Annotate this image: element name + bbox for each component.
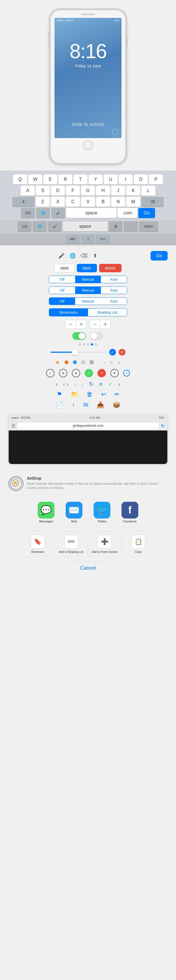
key-p[interactable]: P (149, 174, 163, 185)
globe-icon-btn[interactable]: 🌐 (68, 251, 77, 260)
star-icon[interactable]: ★ (55, 359, 60, 366)
key-mic2[interactable]: 🎤 (48, 221, 62, 231)
key-dot2[interactable]: . (124, 221, 138, 231)
key-v[interactable]: V (81, 197, 95, 207)
back-icon[interactable]: ‹ (55, 381, 57, 387)
checkmark-icon[interactable]: ✓ (108, 381, 113, 387)
star-btn[interactable]: ★ (72, 369, 80, 377)
key-return[interactable]: return (139, 221, 159, 231)
trash-icon[interactable]: 🗑 (87, 391, 93, 398)
toggle-on[interactable] (72, 332, 86, 340)
key-t[interactable]: T (73, 174, 87, 185)
key-f[interactable]: F (66, 186, 80, 196)
key-q[interactable]: Q (13, 174, 27, 185)
key-num2[interactable]: 123 (17, 221, 32, 231)
key-l[interactable]: L (141, 186, 155, 196)
pause-btn[interactable]: ⏸ (59, 369, 67, 377)
stepper-1-minus[interactable]: − (66, 320, 76, 328)
key-z[interactable]: Z (36, 197, 50, 207)
stepper-1-plus[interactable]: + (76, 320, 86, 328)
cancel-button[interactable]: Cancel (80, 565, 96, 571)
key-y[interactable]: Y (89, 174, 103, 185)
slider-thumb[interactable] (72, 349, 78, 355)
mail-icon[interactable]: ✉️ (66, 502, 82, 519)
facebook-icon[interactable]: f (122, 502, 138, 519)
app-item-messages[interactable]: 💬 Messages (35, 502, 57, 523)
check-circle[interactable]: ✓ (109, 349, 116, 356)
share-icon[interactable]: ↑ (72, 401, 75, 409)
delete-button[interactable]: delete (99, 264, 122, 272)
key-globe2[interactable]: 🌐 (33, 221, 47, 231)
stepper-2-plus[interactable]: + (100, 320, 110, 328)
close-red-btn[interactable]: ✕ (97, 369, 106, 377)
forward-icon[interactable]: › (119, 381, 121, 387)
reply-icon[interactable]: ↩ (101, 391, 106, 398)
key-abc[interactable]: ABC (66, 235, 80, 243)
add-media-btn[interactable]: + (46, 369, 54, 377)
seg1-off[interactable]: Off (49, 276, 75, 283)
chevron-right-icon-2[interactable]: › (104, 360, 105, 365)
doc-icon[interactable]: 📄 (56, 401, 63, 409)
refresh-button[interactable]: ↻ (161, 423, 165, 428)
toggle-off[interactable] (90, 332, 104, 340)
archive-icon[interactable]: 📦 (113, 401, 120, 409)
x-circle[interactable]: ✕ (119, 349, 125, 356)
key-mic[interactable]: 🎤 (51, 208, 65, 218)
seg2-auto[interactable]: Auto (101, 287, 127, 294)
key-a[interactable]: A (21, 186, 35, 196)
seg1-manual[interactable]: Manual (75, 276, 101, 283)
chevron-right-icon[interactable]: › (98, 360, 100, 365)
key-at[interactable]: @ (109, 221, 123, 231)
seg3-off[interactable]: Off (49, 298, 75, 305)
flag-icon[interactable]: ⚑ (57, 391, 62, 398)
shift-icon-btn[interactable]: ⬆ (90, 251, 100, 260)
key-w[interactable]: W (28, 174, 42, 185)
action-item-copy[interactable]: 📋 Copy (122, 531, 155, 557)
key-n[interactable]: N (111, 197, 125, 207)
go-button[interactable]: Go (151, 251, 168, 261)
action-item-reading-list[interactable]: 👓 Add to Reading List (54, 531, 88, 557)
key-c[interactable]: C (66, 197, 80, 207)
refresh-icon[interactable]: ↻ (89, 381, 94, 387)
key-k[interactable]: K (126, 186, 140, 196)
hamburger-icon[interactable]: ☰ (11, 423, 15, 428)
info-btn[interactable]: i (123, 370, 130, 377)
key-com[interactable]: .com (117, 208, 137, 218)
key-num3[interactable]: #+= (96, 235, 110, 243)
folder-icon[interactable]: 📁 (71, 391, 78, 398)
label-blue-button[interactable]: label (77, 264, 97, 272)
key-delete[interactable]: ⌫ (141, 197, 164, 207)
edit-icon[interactable]: ✏ (114, 391, 120, 398)
key-u[interactable]: U (104, 174, 117, 185)
seg3-manual[interactable]: Manual (75, 298, 101, 305)
mail-icon[interactable]: ✉ (83, 401, 88, 409)
tab-bookmarks[interactable]: Bookmarks (49, 309, 88, 316)
key-h[interactable]: H (96, 186, 110, 196)
key-m[interactable]: M (126, 197, 140, 207)
key-g[interactable]: G (81, 186, 95, 196)
key-s[interactable]: S (36, 186, 50, 196)
key-r[interactable]: R (59, 174, 72, 185)
up-arrow-icon[interactable]: ∧ (110, 360, 113, 365)
key-globe[interactable]: 🌐 (36, 208, 50, 218)
mic-icon-btn[interactable]: 🎤 (57, 251, 66, 260)
key-num[interactable]: 123 (21, 208, 35, 218)
app-item-facebook[interactable]: f Facebook (119, 502, 141, 523)
stepper-2-minus[interactable]: − (90, 320, 100, 328)
action-item-home-screen[interactable]: ➕ Add to Home Screen (88, 531, 122, 557)
key-x[interactable]: X (51, 197, 65, 207)
home-button[interactable] (83, 140, 93, 150)
seg3-auto[interactable]: Auto (101, 298, 127, 305)
key-space2[interactable]: space (63, 221, 108, 231)
twitter-icon[interactable]: 🐦 (94, 502, 110, 519)
seg2-off[interactable]: Off (49, 287, 75, 294)
seg1-auto[interactable]: Auto (101, 276, 127, 283)
down-arrow-icon[interactable]: ∨ (117, 360, 121, 365)
nav-prev-icon[interactable]: ‹ › (63, 381, 68, 387)
label-button[interactable]: label (54, 264, 75, 272)
key-j[interactable]: J (111, 186, 125, 196)
key-e[interactable]: E (43, 174, 57, 185)
key-b[interactable]: B (96, 197, 110, 207)
key-symbol[interactable]: ⇧ (81, 235, 95, 243)
seg2-manual[interactable]: Manual (75, 287, 101, 294)
